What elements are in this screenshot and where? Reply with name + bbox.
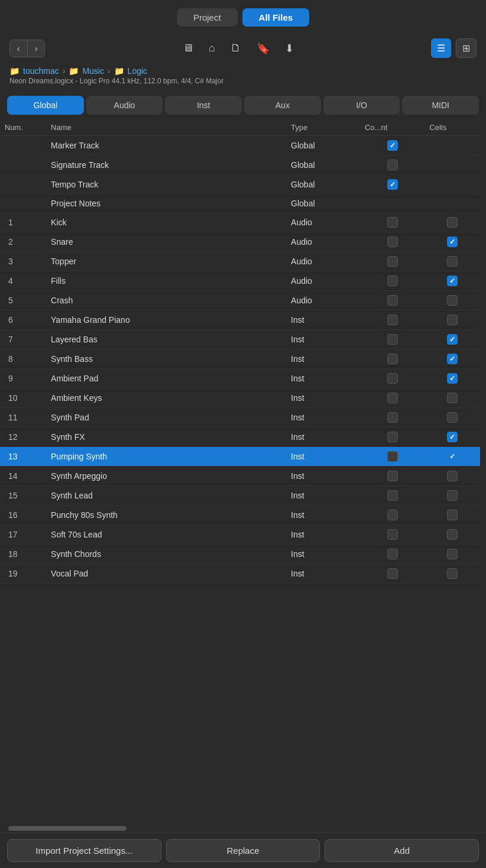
track-content[interactable] [360,486,425,506]
track-content[interactable] [360,271,425,291]
track-content[interactable] [360,330,425,349]
forward-button[interactable]: › [28,40,45,57]
import-button[interactable]: Import Project Settings... [7,839,161,862]
content-checkbox[interactable] [387,295,398,306]
content-checkbox[interactable] [387,217,398,228]
table-row[interactable]: 9Ambient PadInst [0,369,480,388]
cells-checkbox[interactable] [447,295,458,306]
track-cells[interactable] [425,447,480,467]
cells-checkbox[interactable] [447,412,458,423]
cells-checkbox[interactable] [447,373,458,384]
track-cells[interactable] [425,506,480,525]
cells-checkbox[interactable] [447,315,458,325]
track-content[interactable] [360,136,425,156]
table-row[interactable]: 12Synth FXInst [0,427,480,447]
breadcrumb-logic[interactable]: Logic [128,66,147,76]
cells-checkbox[interactable] [447,237,458,247]
content-checkbox[interactable] [387,529,398,540]
back-button[interactable]: ‹ [10,40,28,57]
table-row[interactable]: 7Layered BasInst [0,330,480,349]
track-content[interactable] [360,467,425,486]
track-cells[interactable] [425,310,480,330]
track-content[interactable] [360,525,425,545]
content-checkbox[interactable] [387,549,398,559]
cells-checkbox[interactable] [447,510,458,520]
table-row[interactable]: 3TopperAudio [0,252,480,271]
project-tab[interactable]: Project [177,8,238,27]
track-content[interactable] [360,506,425,525]
content-checkbox[interactable] [387,373,398,384]
track-cells[interactable] [425,271,480,291]
cells-checkbox[interactable] [447,490,458,501]
track-cells[interactable] [425,252,480,271]
table-row[interactable]: 5CrashAudio [0,291,480,310]
track-cells[interactable] [425,291,480,310]
content-checkbox[interactable] [387,451,398,462]
grid-button[interactable]: ⊞ [456,38,477,58]
cells-checkbox[interactable] [447,217,458,228]
track-cells[interactable] [425,330,480,349]
content-checkbox[interactable] [387,237,398,247]
track-cells[interactable] [425,545,480,564]
h-scrollbar[interactable] [0,824,486,833]
track-content[interactable] [360,291,425,310]
track-content[interactable] [360,447,425,467]
content-checkbox[interactable] [387,354,398,364]
track-cells[interactable] [425,213,480,232]
table-row[interactable]: 17Soft 70s LeadInst [0,525,480,545]
content-checkbox[interactable] [387,471,398,481]
content-checkbox[interactable] [387,568,398,579]
table-row[interactable]: 13Pumping SynthInst [0,447,480,467]
cells-checkbox[interactable] [447,334,458,345]
table-row[interactable]: 15Synth LeadInst [0,486,480,506]
content-checkbox[interactable] [387,160,398,170]
content-checkbox[interactable] [387,276,398,286]
table-row[interactable]: 11Synth PadInst [0,408,480,427]
track-content[interactable] [360,427,425,447]
table-row[interactable]: Signature TrackGlobal [0,156,480,175]
tab-inst[interactable]: Inst [165,96,242,115]
track-cells[interactable] [425,564,480,584]
cells-checkbox[interactable] [447,568,458,579]
tab-aux[interactable]: Aux [244,96,321,115]
document-icon[interactable]: 🗋 [228,40,244,57]
tab-global[interactable]: Global [7,96,84,115]
track-content[interactable] [360,156,425,175]
cells-checkbox[interactable] [447,451,458,462]
table-row[interactable]: 10Ambient KeysInst [0,388,480,408]
content-checkbox[interactable] [387,510,398,520]
cells-checkbox[interactable] [447,393,458,403]
tab-audio[interactable]: Audio [86,96,163,115]
table-row[interactable]: 4FillsAudio [0,271,480,291]
cells-checkbox[interactable] [447,432,458,442]
tab-io[interactable]: I/O [323,96,400,115]
cells-checkbox[interactable] [447,471,458,481]
track-content[interactable] [360,213,425,232]
breadcrumb-touchmac[interactable]: touchmac [23,66,59,76]
menu-button[interactable]: ☰ [431,38,451,58]
table-row[interactable]: 16Punchy 80s SynthInst [0,506,480,525]
content-checkbox[interactable] [387,393,398,403]
track-content[interactable] [360,252,425,271]
track-cells[interactable] [425,195,480,213]
table-row[interactable]: 19Vocal PadInst [0,564,480,584]
cells-checkbox[interactable] [447,354,458,364]
download-icon[interactable]: ⬇ [283,40,296,57]
track-content[interactable] [360,369,425,388]
content-checkbox[interactable] [387,315,398,325]
table-row[interactable]: 8Synth BassInst [0,349,480,369]
add-button[interactable]: Add [325,839,479,862]
track-cells[interactable] [425,486,480,506]
table-row[interactable]: 6Yamaha Grand PianoInst [0,310,480,330]
track-content[interactable] [360,310,425,330]
track-cells[interactable] [425,136,480,156]
track-cells[interactable] [425,232,480,252]
content-checkbox[interactable] [387,256,398,267]
cells-checkbox[interactable] [447,276,458,286]
content-checkbox[interactable] [387,490,398,501]
track-content[interactable] [360,408,425,427]
track-cells[interactable] [425,408,480,427]
content-checkbox[interactable] [387,432,398,442]
track-cells[interactable] [425,349,480,369]
bookmark-icon[interactable]: 🔖 [254,40,272,57]
